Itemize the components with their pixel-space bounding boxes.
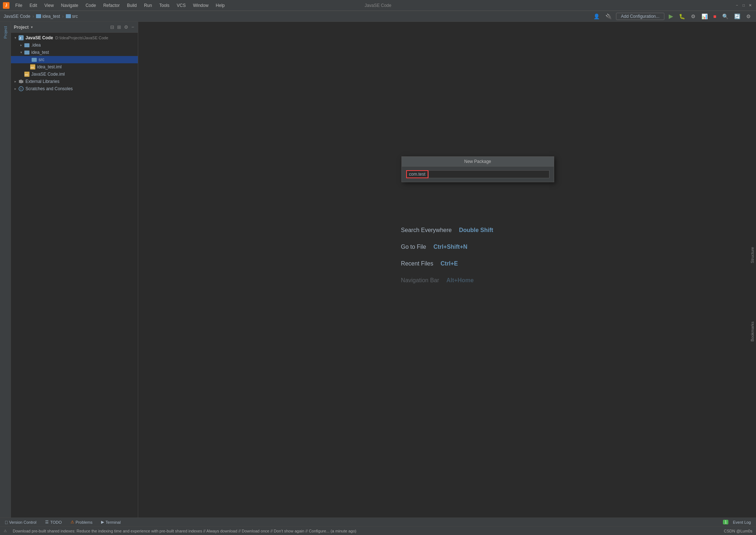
- breadcrumb-home[interactable]: JavaSE Code: [4, 14, 30, 19]
- nav-bar-label: Navigation Bar: [401, 277, 439, 284]
- svg-rect-8: [22, 80, 23, 83]
- structure-tab[interactable]: Structure: [749, 245, 756, 265]
- root-path: D:\IdeaProjects\JavaSE Code: [55, 36, 108, 40]
- breadcrumb-src-label[interactable]: src: [72, 14, 78, 19]
- package-input-wrapper: com.test: [406, 170, 549, 178]
- menu-window[interactable]: Window: [190, 2, 212, 9]
- stop-button[interactable]: ■: [712, 13, 718, 20]
- search-everywhere-icon[interactable]: 🔍: [721, 13, 730, 20]
- todo-tab[interactable]: ☰ TODO: [43, 519, 64, 525]
- project-dropdown-arrow[interactable]: ▾: [31, 25, 33, 29]
- menu-tools[interactable]: Tools: [156, 2, 172, 9]
- breadcrumb-idea-test[interactable]: idea_test: [36, 14, 60, 19]
- collapse-all-button[interactable]: ⊟: [109, 24, 115, 30]
- version-control-tab[interactable]: ⎕ Version Control: [3, 519, 39, 525]
- locate-file-button[interactable]: ⊞: [116, 24, 122, 30]
- version-control-icon: ⎕: [5, 520, 8, 524]
- svg-rect-6: [19, 80, 20, 83]
- editor-area: Search Everywhere Double Shift Go to Fil…: [138, 22, 756, 518]
- menu-code[interactable]: Code: [83, 2, 99, 9]
- tree-item-root[interactable]: ▾ J JavaSE Code D:\IdeaProjects\JavaSE C…: [11, 34, 138, 41]
- maximize-button[interactable]: □: [741, 3, 747, 8]
- minimize-button[interactable]: −: [734, 3, 740, 8]
- menu-help[interactable]: Help: [213, 2, 228, 9]
- breadcrumb-idea-test-label[interactable]: idea_test: [42, 14, 60, 19]
- breadcrumb-src[interactable]: src: [66, 14, 78, 19]
- package-value-highlight: com.test: [406, 170, 428, 178]
- problems-label: Problems: [76, 520, 92, 524]
- menu-build[interactable]: Build: [124, 2, 140, 9]
- menu-view[interactable]: View: [41, 2, 57, 9]
- left-project-tab[interactable]: Project: [3, 25, 8, 40]
- goto-file-shortcut: Ctrl+Shift+N: [433, 244, 467, 250]
- dialog-title: New Package: [402, 157, 554, 167]
- tree-arrow-iml: [24, 64, 30, 70]
- project-panel: Project ▾ ⊟ ⊞ ⚙ − ▾ J JavaSE Code D:\Ide…: [11, 22, 138, 518]
- tree-item-idea-test[interactable]: ▾ idea_test: [11, 49, 138, 56]
- debug-button[interactable]: 🐛: [677, 13, 687, 20]
- folder-icon-src: [66, 14, 71, 18]
- iml-test-file-icon: iml: [30, 64, 36, 70]
- tree-item-idea[interactable]: ▸ .idea: [11, 41, 138, 49]
- menu-run[interactable]: Run: [141, 2, 155, 9]
- tree-arrow-iml-main: [18, 71, 24, 77]
- profile-icon[interactable]: 👤: [592, 13, 601, 20]
- idea-test-label: idea_test: [31, 50, 49, 55]
- nav-bar-shortcut: Alt+Home: [447, 277, 474, 284]
- tree-arrow-idea-test: ▾: [18, 49, 24, 55]
- terminal-tab[interactable]: ▶ Terminal: [99, 519, 123, 525]
- bottom-panel: ⎕ Version Control ☰ TODO ⚠ Problems ▶ Te…: [0, 518, 756, 526]
- tree-item-ext-libs[interactable]: ▸ External Libraries: [11, 78, 138, 85]
- menu-vcs[interactable]: VCS: [174, 2, 189, 9]
- welcome-row-search: Search Everywhere Double Shift: [401, 227, 493, 233]
- svg-text:J: J: [19, 36, 21, 40]
- src-folder-icon: [31, 57, 37, 63]
- iml-main-label: JavaSE Code.iml: [31, 72, 65, 77]
- status-bar: ⚠ Download pre-built shared indexes: Red…: [0, 526, 756, 535]
- ext-libs-label: External Libraries: [25, 79, 59, 84]
- app-icon: J: [3, 2, 9, 9]
- menu-refactor[interactable]: Refactor: [100, 2, 123, 9]
- tree-item-iml-test[interactable]: iml idea_test.iml: [11, 63, 138, 71]
- iml-main-file-icon: iml: [24, 71, 30, 77]
- coverage-button[interactable]: ⚙: [689, 13, 697, 20]
- idea-test-folder-icon: [24, 49, 30, 55]
- settings-button[interactable]: ⚙: [123, 24, 129, 30]
- event-log-badge: 1: [723, 520, 729, 524]
- project-panel-header: Project ▾ ⊟ ⊞ ⚙ −: [11, 22, 138, 33]
- status-warning-icon: ⚠: [4, 529, 7, 533]
- todo-label: TODO: [50, 520, 62, 524]
- tree-item-iml-main[interactable]: iml JavaSE Code.iml: [11, 71, 138, 78]
- window-title: JavaSE Code: [365, 3, 391, 8]
- status-text: Download pre-built shared indexes: Reduc…: [13, 529, 717, 533]
- settings-icon[interactable]: ⚙: [745, 13, 752, 20]
- recent-files-shortcut: Ctrl+E: [441, 260, 458, 267]
- menu-navigate[interactable]: Navigate: [58, 2, 81, 9]
- plugin-icon[interactable]: 🔌: [604, 13, 613, 20]
- menu-file[interactable]: File: [12, 2, 25, 9]
- event-log-tab[interactable]: Event Log: [731, 519, 753, 525]
- bookmarks-tab[interactable]: Bookmarks: [749, 319, 756, 344]
- close-panel-button[interactable]: −: [131, 24, 135, 30]
- tree-arrow-root: ▾: [12, 35, 18, 41]
- breadcrumb-project[interactable]: JavaSE Code: [4, 14, 30, 19]
- package-name-input[interactable]: [428, 170, 549, 178]
- welcome-row-recent: Recent Files Ctrl+E: [401, 260, 458, 267]
- problems-tab[interactable]: ⚠ Problems: [68, 519, 95, 525]
- close-button[interactable]: ✕: [747, 3, 753, 8]
- profile-run-button[interactable]: 📊: [700, 13, 709, 20]
- run-button[interactable]: ▶: [667, 12, 675, 20]
- tree-item-scratches[interactable]: ▸ S Scratches and Consoles: [11, 85, 138, 92]
- add-configuration-button[interactable]: Add Configuration...: [616, 13, 664, 20]
- tree-arrow-ext-libs: ▸: [12, 79, 18, 84]
- scratches-label: Scratches and Consoles: [25, 86, 73, 91]
- menu-edit[interactable]: Edit: [27, 2, 40, 9]
- tree-arrow-idea: ▸: [18, 42, 24, 48]
- breadcrumb-sep-1: ›: [32, 14, 34, 19]
- problems-icon: ⚠: [71, 520, 74, 524]
- tree-item-src[interactable]: src: [11, 56, 138, 63]
- ext-libs-icon: [18, 79, 24, 84]
- update-icon[interactable]: 🔄: [733, 13, 742, 20]
- left-strip: Project: [0, 22, 11, 518]
- main-layout: Project Project ▾ ⊟ ⊞ ⚙ − ▾ J JavaSE Cod…: [0, 22, 756, 518]
